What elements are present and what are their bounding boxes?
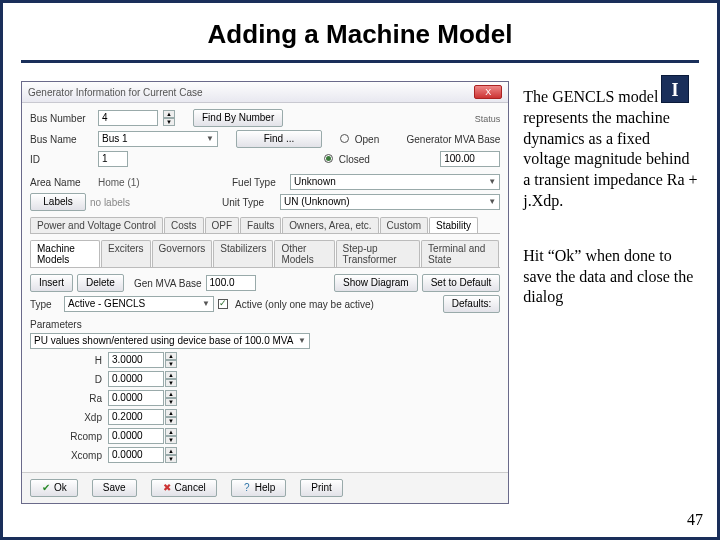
param-label-ra: Ra bbox=[60, 393, 102, 404]
param-spin-xcomp[interactable]: ▲▼ bbox=[165, 447, 177, 463]
mva-base-field[interactable]: 100.00 bbox=[440, 151, 500, 167]
sidetext-p1: The GENCLS model represents the machine … bbox=[523, 87, 699, 212]
print-button[interactable]: Print bbox=[300, 479, 343, 497]
tab-custom[interactable]: Custom bbox=[380, 217, 428, 233]
tab-faults[interactable]: Faults bbox=[240, 217, 281, 233]
param-row-rcomp: Rcomp 0.0000 ▲▼ bbox=[60, 428, 500, 444]
generator-info-dialog: Generator Information for Current Case X… bbox=[21, 81, 509, 504]
parameters-title: Parameters bbox=[30, 319, 500, 330]
ok-label: Ok bbox=[54, 482, 67, 493]
param-field-ra[interactable]: 0.0000 bbox=[108, 390, 164, 406]
active-checkbox-label: Active (only one may be active) bbox=[235, 299, 374, 310]
status-open-radio[interactable] bbox=[340, 134, 349, 143]
fuel-type-combo[interactable]: Unknown▼ bbox=[290, 174, 500, 190]
show-diagram-button[interactable]: Show Diagram bbox=[334, 274, 418, 292]
tab-owners[interactable]: Owners, Area, etc. bbox=[282, 217, 378, 233]
param-field-xcomp[interactable]: 0.0000 bbox=[108, 447, 164, 463]
param-field-h[interactable]: 3.0000 bbox=[108, 352, 164, 368]
close-button[interactable]: X bbox=[474, 85, 502, 99]
area-name-label: Area Name bbox=[30, 177, 94, 188]
dialog-title: Generator Information for Current Case bbox=[28, 87, 203, 98]
param-field-xdp[interactable]: 0.2000 bbox=[108, 409, 164, 425]
bus-number-spin[interactable]: ▲▼ bbox=[163, 110, 175, 126]
type-combo[interactable]: Active - GENCLS▼ bbox=[64, 296, 214, 312]
delete-button[interactable]: Delete bbox=[77, 274, 124, 292]
defaults-button[interactable]: Defaults: bbox=[443, 295, 500, 313]
param-spin-xdp[interactable]: ▲▼ bbox=[165, 409, 177, 425]
param-field-rcomp[interactable]: 0.0000 bbox=[108, 428, 164, 444]
ok-button[interactable]: ✔Ok bbox=[30, 479, 78, 497]
unit-type-label: Unit Type bbox=[222, 197, 276, 208]
tab-opf[interactable]: OPF bbox=[205, 217, 240, 233]
param-label-d: D bbox=[60, 374, 102, 385]
subtab-other-models[interactable]: Other Models bbox=[274, 240, 334, 267]
param-row-d: D 0.0000 ▲▼ bbox=[60, 371, 500, 387]
unit-type-combo[interactable]: UN (Unknown)▼ bbox=[280, 194, 500, 210]
param-spin-d[interactable]: ▲▼ bbox=[165, 371, 177, 387]
subtab-terminal-state[interactable]: Terminal and State bbox=[421, 240, 499, 267]
param-label-rcomp: Rcomp bbox=[60, 431, 102, 442]
labels-value: no labels bbox=[90, 197, 218, 208]
id-field[interactable]: 1 bbox=[98, 151, 128, 167]
param-spin-rcomp[interactable]: ▲▼ bbox=[165, 428, 177, 444]
chevron-down-icon: ▼ bbox=[488, 195, 496, 209]
set-default-button[interactable]: Set to Default bbox=[422, 274, 501, 292]
bus-name-value: Bus 1 bbox=[102, 132, 128, 146]
cancel-button[interactable]: ✖Cancel bbox=[151, 479, 217, 497]
save-button[interactable]: Save bbox=[92, 479, 137, 497]
param-label-xcomp: Xcomp bbox=[60, 450, 102, 461]
labels-button[interactable]: Labels ... bbox=[30, 193, 86, 211]
tab-stability[interactable]: Stability bbox=[429, 217, 478, 233]
tab-power-voltage[interactable]: Power and Voltage Control bbox=[30, 217, 163, 233]
active-checkbox[interactable] bbox=[218, 299, 228, 309]
status-open-label: Open bbox=[355, 134, 379, 145]
chevron-down-icon: ▼ bbox=[202, 297, 210, 311]
help-icon: ? bbox=[242, 480, 252, 496]
param-field-d[interactable]: 0.0000 bbox=[108, 371, 164, 387]
institution-logo: I bbox=[661, 75, 689, 103]
cancel-label: Cancel bbox=[175, 482, 206, 493]
find-button[interactable]: Find ... bbox=[236, 130, 322, 148]
dialog-footer: ✔Ok Save ✖Cancel ?Help Print bbox=[22, 472, 508, 503]
gen-mva-base-field[interactable]: 100.0 bbox=[206, 275, 256, 291]
subtab-machine-models[interactable]: Machine Models bbox=[30, 240, 100, 267]
main-tabstrip: Power and Voltage Control Costs OPF Faul… bbox=[30, 217, 500, 234]
id-label: ID bbox=[30, 154, 94, 165]
subtab-stepup-xfmr[interactable]: Step-up Transformer bbox=[336, 240, 421, 267]
status-closed-label: Closed bbox=[339, 154, 370, 165]
sidetext-p2: Hit “Ok” when done to save the data and … bbox=[523, 246, 699, 308]
dialog-titlebar: Generator Information for Current Case X bbox=[22, 82, 508, 103]
page-number: 47 bbox=[687, 511, 703, 529]
insert-button[interactable]: Insert bbox=[30, 274, 73, 292]
param-spin-ra[interactable]: ▲▼ bbox=[165, 390, 177, 406]
chevron-down-icon: ▼ bbox=[206, 132, 214, 146]
bus-name-combo[interactable]: Bus 1▼ bbox=[98, 131, 218, 147]
chevron-down-icon: ▼ bbox=[488, 175, 496, 189]
sub-tabstrip: Machine Models Exciters Governors Stabil… bbox=[30, 240, 500, 268]
param-row-h: H 3.0000 ▲▼ bbox=[60, 352, 500, 368]
help-button[interactable]: ?Help bbox=[231, 479, 287, 497]
unit-type-value: UN (Unknown) bbox=[284, 195, 350, 209]
subtab-stabilizers[interactable]: Stabilizers bbox=[213, 240, 273, 267]
bus-number-field[interactable]: 4 bbox=[98, 110, 158, 126]
mva-base-label: Generator MVA Base bbox=[407, 134, 501, 145]
pu-note-text: PU values shown/entered using device bas… bbox=[34, 334, 293, 348]
pu-note-combo[interactable]: PU values shown/entered using device bas… bbox=[30, 333, 310, 349]
find-by-number-button[interactable]: Find By Number bbox=[193, 109, 283, 127]
type-value: Active - GENCLS bbox=[68, 297, 145, 311]
status-group-label: Status bbox=[475, 114, 501, 124]
param-label-xdp: Xdp bbox=[60, 412, 102, 423]
page-title: Adding a Machine Model bbox=[3, 19, 717, 50]
bus-number-label: Bus Number bbox=[30, 113, 94, 124]
fuel-type-label: Fuel Type bbox=[232, 177, 286, 188]
param-row-xcomp: Xcomp 0.0000 ▲▼ bbox=[60, 447, 500, 463]
param-spin-h[interactable]: ▲▼ bbox=[165, 352, 177, 368]
type-label: Type bbox=[30, 299, 60, 310]
tab-costs[interactable]: Costs bbox=[164, 217, 204, 233]
subtab-governors[interactable]: Governors bbox=[152, 240, 213, 267]
check-icon: ✔ bbox=[41, 480, 51, 496]
subtab-exciters[interactable]: Exciters bbox=[101, 240, 151, 267]
gen-mva-base-label: Gen MVA Base bbox=[134, 278, 202, 289]
status-closed-radio[interactable] bbox=[324, 154, 333, 163]
param-row-xdp: Xdp 0.2000 ▲▼ bbox=[60, 409, 500, 425]
